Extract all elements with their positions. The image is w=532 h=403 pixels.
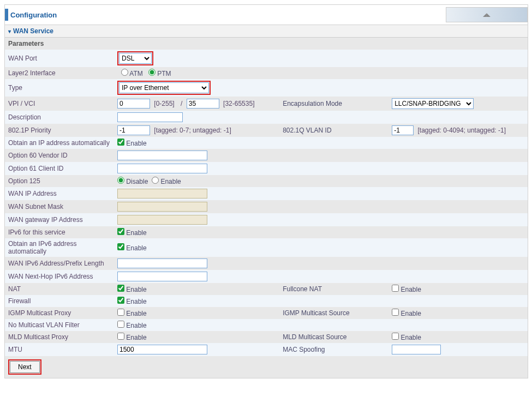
mtu-label: MTU xyxy=(5,343,114,356)
vpi-hint: [0-255] xyxy=(154,100,174,107)
opt61-input[interactable] xyxy=(117,164,207,173)
layer2-ptm-text: PTM xyxy=(157,70,171,77)
nat-label: NAT xyxy=(5,283,114,295)
ipv6-auto-checkbox[interactable] xyxy=(117,243,124,250)
button-row: Next xyxy=(5,356,528,378)
mld-src-enable: Enable xyxy=(401,334,421,341)
page-title: Configuration xyxy=(10,11,57,19)
wan-gw-label: WAN gateway IP Address xyxy=(5,213,114,226)
type-highlight: IP over Ethernet xyxy=(117,81,211,95)
novlan-label: No Multicast VLAN Filter xyxy=(5,319,114,331)
layer2-ptm-radio[interactable] xyxy=(148,69,156,76)
fullcone-checkbox[interactable] xyxy=(392,285,399,292)
wan-port-highlight: DSL xyxy=(117,51,153,65)
ipv6-addr-input[interactable] xyxy=(117,258,207,268)
igmp-label: IGMP Multicast Proxy xyxy=(5,307,114,319)
mld-src-checkbox[interactable] xyxy=(392,333,399,340)
opt125-enable-text: Enable xyxy=(160,178,181,185)
vci-hint: [32-65535] xyxy=(223,100,254,107)
wan-mask-label: WAN Subnet Mask xyxy=(5,200,114,213)
ipv6-svc-enable: Enable xyxy=(126,229,146,237)
type-select[interactable]: IP over Ethernet xyxy=(119,82,209,93)
vpi-input[interactable] xyxy=(117,99,150,109)
igmp-src-label: IGMP Multicast Source xyxy=(279,307,388,319)
novlan-enable: Enable xyxy=(126,322,146,329)
vlan-hint: [tagged: 0-4094; untagged: -1] xyxy=(418,127,506,134)
igmp-enable: Enable xyxy=(126,310,146,317)
config-panel: Configuration ◢◣ WAN Service Parameters … xyxy=(4,4,528,378)
novlan-checkbox[interactable] xyxy=(117,321,124,328)
mld-enable: Enable xyxy=(126,334,146,341)
mtu-input[interactable] xyxy=(117,345,207,354)
nat-checkbox[interactable] xyxy=(117,285,124,292)
ipv6-addr-label: WAN IPv6 Address/Prefix Length xyxy=(5,257,114,270)
dot1p-label: 802.1P Priority xyxy=(5,124,114,137)
header-image: ◢◣ xyxy=(446,7,528,22)
opt125-disable-text: Disable xyxy=(126,178,148,185)
opt61-label: Option 61 Client ID xyxy=(5,162,114,175)
obtain-ip-checkbox[interactable] xyxy=(117,139,124,146)
ipv6-auto-enable: Enable xyxy=(126,244,146,252)
parameters-table: WAN Port DSL Layer2 Interface ATM PTM Ty… xyxy=(5,50,528,356)
mld-src-label: MLD Multicast Source xyxy=(279,331,388,343)
type-label: Type xyxy=(5,79,114,97)
vlan-input[interactable] xyxy=(392,125,414,135)
obtain-ip-label: Obtain an IP address automatically xyxy=(5,137,114,149)
ipv6-svc-checkbox[interactable] xyxy=(117,228,124,235)
nat-enable: Enable xyxy=(126,286,146,293)
opt125-disable-radio[interactable] xyxy=(117,177,124,184)
opt60-input[interactable] xyxy=(117,151,207,160)
dot1p-input[interactable] xyxy=(117,125,150,135)
vci-input[interactable] xyxy=(187,99,219,109)
layer2-atm-text: ATM xyxy=(129,70,142,77)
encap-select[interactable]: LLC/SNAP-BRIDGING xyxy=(392,98,474,109)
ipv6-nh-input[interactable] xyxy=(117,272,207,281)
ipv6-nh-label: WAN Next-Hop IPv6 Address xyxy=(5,270,114,283)
layer2-label: Layer2 Interface xyxy=(5,67,114,79)
vpi-vci-label: VPI / VCI xyxy=(5,97,114,111)
opt125-label: Option 125 xyxy=(5,175,114,187)
mac-spoof-label: MAC Spoofing xyxy=(279,343,388,356)
parameters-header: Parameters xyxy=(5,38,528,50)
header-accent xyxy=(5,9,8,21)
mld-checkbox[interactable] xyxy=(117,333,124,340)
fullcone-label: Fullcone NAT xyxy=(279,283,388,295)
dot1p-hint: [tagged: 0-7; untagged: -1] xyxy=(154,127,231,134)
encap-label: Encapsulation Mode xyxy=(279,97,388,111)
wan-port-label: WAN Port xyxy=(5,50,114,67)
layer2-atm-radio[interactable] xyxy=(121,69,128,76)
next-button[interactable]: Next xyxy=(10,361,40,373)
header-bar: Configuration ◢◣ xyxy=(5,5,528,25)
firewall-enable: Enable xyxy=(126,298,146,305)
mac-spoof-input[interactable] xyxy=(392,345,441,354)
wan-port-select[interactable]: DSL xyxy=(119,53,152,64)
description-label: Description xyxy=(5,111,114,124)
fullcone-enable: Enable xyxy=(401,286,421,293)
ipv6-auto-label: Obtain an IPv6 address automatically xyxy=(5,238,114,257)
obtain-ip-enable: Enable xyxy=(126,140,146,147)
igmp-src-enable: Enable xyxy=(401,310,421,317)
vlan-label: 802.1Q VLAN ID xyxy=(279,124,388,137)
opt125-enable-radio[interactable] xyxy=(152,177,159,184)
firewall-label: Firewall xyxy=(5,295,114,307)
igmp-checkbox[interactable] xyxy=(117,309,124,316)
firewall-checkbox[interactable] xyxy=(117,297,124,304)
description-input[interactable] xyxy=(117,112,183,122)
wan-gw-input[interactable] xyxy=(117,215,207,225)
vpi-vci-sep: / xyxy=(181,100,182,107)
wan-ip-input[interactable] xyxy=(117,189,207,199)
section-wan-service[interactable]: WAN Service xyxy=(5,25,528,38)
igmp-src-checkbox[interactable] xyxy=(392,309,399,316)
opt60-label: Option 60 Vendor ID xyxy=(5,149,114,162)
wan-ip-label: WAN IP Address xyxy=(5,187,114,200)
next-highlight: Next xyxy=(8,359,41,375)
wan-mask-input[interactable] xyxy=(117,202,207,212)
ipv6-svc-label: IPv6 for this service xyxy=(5,226,114,238)
mld-label: MLD Multicast Proxy xyxy=(5,331,114,343)
